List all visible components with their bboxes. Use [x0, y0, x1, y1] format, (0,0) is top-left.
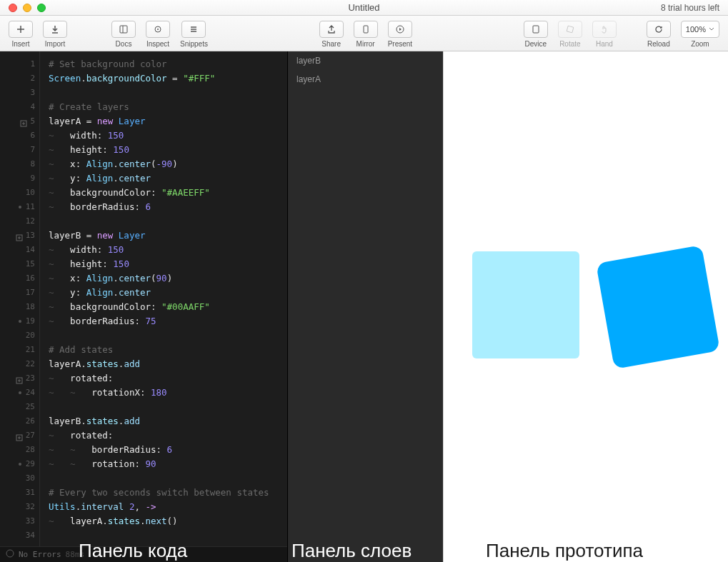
status-bar: No Errors 88ms	[0, 546, 287, 562]
mirror-icon	[354, 21, 378, 38]
code-line[interactable]: ~ height: 150	[49, 143, 287, 157]
window-title: Untitled	[348, 2, 379, 13]
code-line[interactable]: ~ y: Align.center	[49, 286, 287, 300]
code-line[interactable]	[49, 400, 287, 414]
fold-icon[interactable]	[16, 232, 23, 239]
code-line[interactable]: Screen.backgroundColor = "#FFF"	[49, 71, 287, 86]
code-line[interactable]: ~ borderRadius: 6	[49, 200, 287, 214]
code-line[interactable]	[49, 471, 287, 486]
close-window-button[interactable]	[9, 4, 17, 12]
hand-button[interactable]: Hand	[588, 19, 621, 48]
fold-dot-icon	[19, 463, 21, 466]
gutter-line: 22	[0, 357, 39, 371]
preview-layer-a[interactable]	[472, 251, 579, 358]
insert-button[interactable]: Insert	[4, 19, 37, 48]
svg-rect-7	[567, 26, 574, 33]
import-button[interactable]: Import	[39, 19, 71, 48]
gutter-line: 13	[0, 229, 39, 243]
download-icon	[43, 21, 67, 38]
code-line[interactable]: ~ rotated:	[49, 371, 287, 386]
mirror-button[interactable]: Mirror	[349, 19, 382, 48]
code-line[interactable]: layerB.states.add	[49, 414, 287, 428]
code-panel: 1234567891011121314151617181920212223242…	[0, 51, 287, 562]
gutter-line: 32	[0, 500, 39, 514]
gutter-line: 7	[0, 143, 39, 157]
fold-icon[interactable]	[20, 118, 27, 125]
list-icon	[181, 21, 206, 38]
layer-item[interactable]: layerA	[288, 70, 443, 89]
inspect-button[interactable]: Inspect	[141, 19, 174, 48]
preview-panel[interactable]	[443, 51, 728, 562]
reload-button[interactable]: Reload	[642, 19, 675, 48]
gutter-line: 19	[0, 314, 39, 328]
gutter-line: 33	[0, 514, 39, 528]
rotate-button[interactable]: Rotate	[554, 19, 587, 48]
gutter-line: 29	[0, 457, 39, 471]
code-line[interactable]: layerA = new Layer	[49, 114, 287, 129]
snippets-button[interactable]: Snippets	[176, 19, 212, 48]
maximize-window-button[interactable]	[37, 4, 46, 12]
gutter-line: 14	[0, 243, 39, 257]
code-line[interactable]: ~ x: Align.center(90)	[49, 271, 287, 286]
rotate-icon	[558, 21, 582, 38]
compile-time: 88ms	[66, 550, 85, 559]
layer-item[interactable]: layerB	[288, 51, 443, 70]
code-editor[interactable]: # Set background colorScreen.backgroundC…	[40, 51, 287, 546]
fold-icon[interactable]	[16, 375, 23, 382]
zoom-dropdown[interactable]: 100%	[681, 21, 719, 38]
code-line[interactable]	[49, 528, 287, 543]
code-line[interactable]: ~ backgroundColor: "#AAEEFF"	[49, 186, 287, 200]
play-icon	[388, 21, 412, 38]
gutter-line: 1	[0, 57, 39, 71]
code-line[interactable]: ~ width: 150	[49, 129, 287, 143]
fold-icon[interactable]	[16, 432, 23, 439]
share-button[interactable]: Share	[315, 19, 348, 48]
layers-panel: layerB layerA	[287, 51, 443, 562]
code-line[interactable]: Utils.interval 2, ->	[49, 500, 287, 514]
gutter-line: 27	[0, 428, 39, 443]
plus-icon	[9, 21, 33, 38]
present-button[interactable]: Present	[384, 19, 417, 48]
code-line[interactable]: ~ x: Align.center(-90)	[49, 157, 287, 171]
fold-dot-icon	[19, 206, 21, 209]
traffic-lights	[0, 4, 46, 12]
code-line[interactable]: ~ layerA.states.next()	[49, 514, 287, 528]
code-line[interactable]: layerB = new Layer	[49, 229, 287, 243]
gutter-line: 12	[0, 214, 39, 229]
target-icon	[146, 21, 170, 38]
code-line[interactable]	[49, 214, 287, 229]
code-line[interactable]: # Every two seconds switch between state…	[49, 486, 287, 500]
gutter-line: 8	[0, 157, 39, 171]
code-line[interactable]: ~ borderRadius: 75	[49, 314, 287, 328]
preview-layer-b[interactable]	[596, 245, 720, 369]
code-line[interactable]: # Create layers	[49, 100, 287, 114]
gutter-line: 24	[0, 386, 39, 400]
zoom-control[interactable]: 100% Zoom	[677, 19, 724, 48]
gutter-line: 5	[0, 114, 39, 129]
svg-rect-0	[120, 26, 127, 33]
device-icon	[524, 21, 548, 38]
code-line[interactable]: ~ backgroundColor: "#00AAFF"	[49, 300, 287, 314]
hand-icon	[592, 21, 617, 38]
code-line[interactable]: ~ y: Align.center	[49, 171, 287, 186]
gutter-line: 31	[0, 486, 39, 500]
code-line[interactable]: ~ ~ rotationX: 180	[49, 386, 287, 400]
gutter-line: 9	[0, 171, 39, 186]
code-line[interactable]: ~ width: 150	[49, 243, 287, 257]
gutter-line: 21	[0, 343, 39, 357]
error-count: No Errors	[19, 550, 61, 559]
code-line[interactable]: ~ ~ rotation: 90	[49, 457, 287, 471]
code-line[interactable]	[49, 86, 287, 100]
docs-button[interactable]: Docs	[107, 19, 140, 48]
code-line[interactable]: ~ height: 150	[49, 257, 287, 271]
code-line[interactable]: ~ rotated:	[49, 428, 287, 443]
gutter-line: 16	[0, 271, 39, 286]
minimize-window-button[interactable]	[23, 4, 31, 12]
code-line[interactable]	[49, 328, 287, 343]
gutter-line: 6	[0, 129, 39, 143]
device-button[interactable]: Device	[519, 19, 552, 48]
code-line[interactable]: ~ ~ borderRadius: 6	[49, 443, 287, 457]
code-line[interactable]: # Set background color	[49, 57, 287, 71]
code-line[interactable]: layerA.states.add	[49, 357, 287, 371]
code-line[interactable]: # Add states	[49, 343, 287, 357]
